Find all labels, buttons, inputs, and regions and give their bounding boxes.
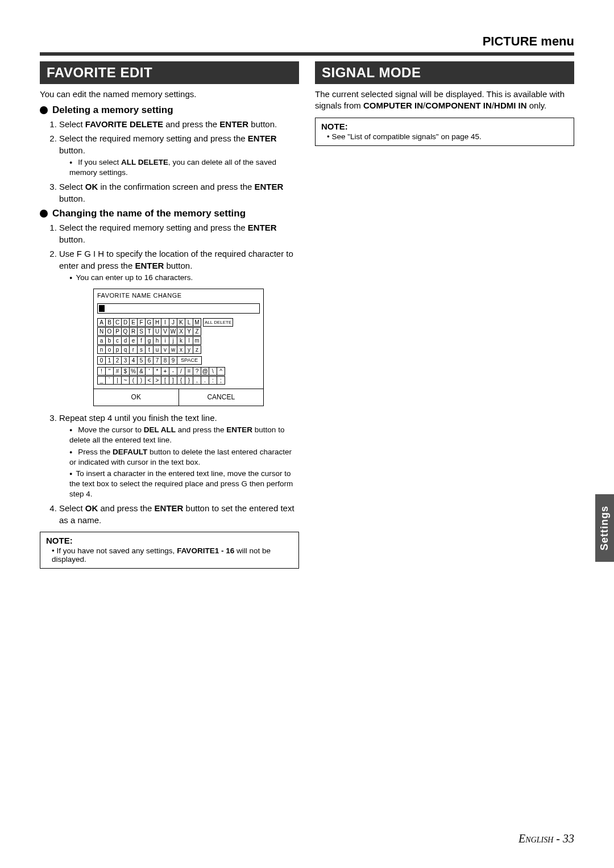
osd-key: T xyxy=(145,327,154,336)
bullet-icon xyxy=(40,210,48,218)
osd-cancel-button: CANCEL xyxy=(179,389,264,406)
favorite-edit-intro: You can edit the named memory settings. xyxy=(40,89,299,100)
rename-step-2-sub: You can enter up to 16 characters. xyxy=(69,273,299,283)
osd-key: F xyxy=(137,318,146,327)
rename-step-3-sub3: To insert a character in the entered tex… xyxy=(69,469,299,500)
signal-mode-intro: The current selected signal will be disp… xyxy=(315,89,574,112)
osd-key: J xyxy=(169,318,177,327)
osd-key: , xyxy=(193,376,201,385)
osd-key: b xyxy=(105,336,114,345)
osd-key: 0 xyxy=(97,356,106,365)
footer-sep: - xyxy=(553,832,563,845)
osd-key: v xyxy=(161,345,169,354)
osd-key: - xyxy=(169,367,177,375)
osd-key: p xyxy=(113,345,122,354)
left-note-box: NOTE: If you have not saved any settings… xyxy=(40,532,299,569)
osd-key: E xyxy=(129,318,138,327)
osd-key: Q xyxy=(121,327,130,336)
rename-step-3: Repeat step 4 until you finish the text … xyxy=(59,412,299,500)
osd-key: r xyxy=(129,345,138,354)
osd-key: u xyxy=(153,345,161,354)
osd-key: z xyxy=(193,345,201,354)
left-column: FAVORITE EDIT You can edit the named mem… xyxy=(40,61,299,569)
subheading-rename: Changing the name of the memory setting xyxy=(40,208,299,219)
osd-key: h xyxy=(153,336,161,345)
subheading-delete-text: Deleting a memory setting xyxy=(52,105,173,116)
left-note-item: If you have not saved any settings, FAVO… xyxy=(52,546,293,564)
osd-key: : xyxy=(209,376,217,385)
osd-key: D xyxy=(121,318,130,327)
section-favorite-edit: FAVORITE EDIT xyxy=(40,61,299,84)
osd-key: 1 xyxy=(105,356,114,365)
osd-key: ? xyxy=(193,367,201,375)
osd-key: U xyxy=(153,327,161,336)
rename-step-3-sub1: Move the cursor to DEL ALL and press the… xyxy=(69,425,299,445)
right-column: SIGNAL MODE The current selected signal … xyxy=(315,61,574,569)
osd-key: k xyxy=(177,336,185,345)
note-title: NOTE: xyxy=(46,536,293,545)
right-note-item: See "List of compatible signals" on page… xyxy=(327,132,568,141)
osd-key: B xyxy=(105,318,114,327)
osd-key: 5 xyxy=(137,356,146,365)
osd-space-key: SPACE xyxy=(177,356,202,365)
osd-key: W xyxy=(169,327,177,336)
osd-key: ) xyxy=(137,376,146,385)
osd-key: _ xyxy=(97,376,106,385)
osd-key: / xyxy=(177,367,185,375)
side-tab-settings: Settings xyxy=(595,494,614,562)
footer-page-number: 33 xyxy=(563,832,574,845)
osd-keyboard-figure: FAVORITE NAME CHANGE ABCDEFGHIJKLMALL DE… xyxy=(93,289,264,406)
osd-key: { xyxy=(177,376,185,385)
osd-key: \ xyxy=(209,367,217,375)
osd-key: d xyxy=(121,336,130,345)
osd-key: e xyxy=(129,336,138,345)
osd-key: * xyxy=(153,367,161,375)
subheading-rename-text: Changing the name of the memory setting xyxy=(52,208,246,219)
osd-key: < xyxy=(145,376,154,385)
delete-step-3: Select OK in the confirmation screen and… xyxy=(59,181,299,205)
osd-grid: ABCDEFGHIJKLMALL DELETE NOPQRSTUVWXYZ ab… xyxy=(94,317,263,389)
bullet-icon xyxy=(40,106,48,114)
osd-key: R xyxy=(129,327,138,336)
section-signal-mode: SIGNAL MODE xyxy=(315,61,574,84)
osd-key: N xyxy=(97,327,106,336)
rename-step-1: Select the required memory setting and p… xyxy=(59,222,299,245)
osd-key: A xyxy=(97,318,106,327)
osd-key: @ xyxy=(201,367,209,375)
rename-step-3-sub2: Press the DEFAULT button to delete the l… xyxy=(69,447,299,468)
osd-key: ' xyxy=(145,367,154,375)
osd-key: w xyxy=(169,345,177,354)
footer-language: English xyxy=(518,832,553,845)
osd-key: $ xyxy=(121,367,130,375)
osd-cursor xyxy=(99,305,105,312)
osd-key: ! xyxy=(97,367,106,375)
osd-key: H xyxy=(153,318,161,327)
osd-key: V xyxy=(161,327,169,336)
osd-key: n xyxy=(97,345,106,354)
osd-key: ^ xyxy=(217,367,225,375)
delete-steps: Select FAVORITE DELETE and press the ENT… xyxy=(59,118,299,204)
osd-key: S xyxy=(137,327,146,336)
osd-key: ; xyxy=(217,376,225,385)
osd-key: I xyxy=(161,318,169,327)
osd-key: g xyxy=(145,336,154,345)
osd-key: 9 xyxy=(169,356,177,365)
osd-key: Z xyxy=(193,327,201,336)
osd-key: l xyxy=(185,336,193,345)
osd-key: 7 xyxy=(153,356,161,365)
osd-key: } xyxy=(185,376,193,385)
osd-key: % xyxy=(129,367,138,375)
osd-key: > xyxy=(153,376,161,385)
osd-key: # xyxy=(113,367,122,375)
page-header-title: PICTURE menu xyxy=(40,34,574,49)
osd-key: j xyxy=(169,336,177,345)
osd-key: 2 xyxy=(113,356,122,365)
rename-steps: Select the required memory setting and p… xyxy=(59,222,299,526)
osd-key: O xyxy=(105,327,114,336)
osd-key: M xyxy=(193,318,201,327)
osd-title: FAVORITE NAME CHANGE xyxy=(94,289,263,302)
osd-key: 3 xyxy=(121,356,130,365)
osd-key: m xyxy=(193,336,201,345)
osd-ok-button: OK xyxy=(94,389,179,406)
osd-key: x xyxy=(177,345,185,354)
